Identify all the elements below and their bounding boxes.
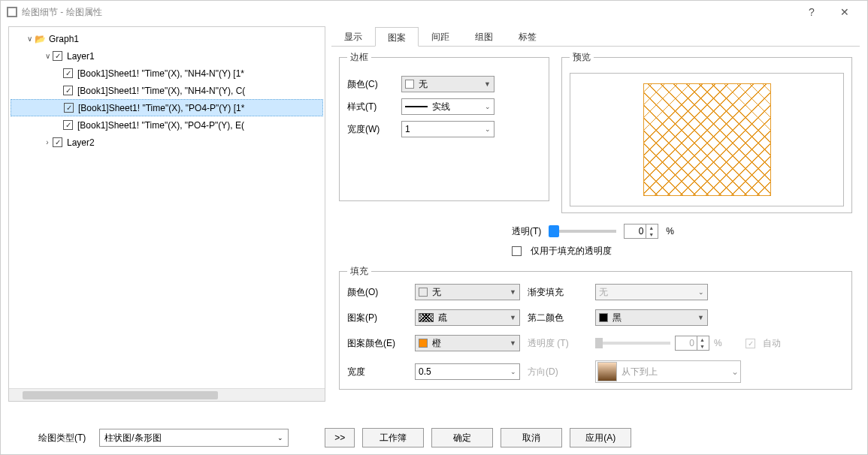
group-legend: 预览 — [570, 51, 594, 64]
tab-group[interactable]: 组图 — [462, 26, 506, 46]
tree-label: Graph1 — [49, 34, 79, 44]
pct-label: % — [666, 226, 674, 237]
chevron-down-icon: ▼ — [484, 80, 491, 88]
border-width-label: 宽度(W) — [347, 123, 401, 136]
tree-label: Layer2 — [67, 137, 95, 148]
tab-spacing[interactable]: 间距 — [419, 26, 462, 46]
border-group: 边框 颜色(C) 无 ▼ 样式(T) — [339, 51, 549, 201]
up-icon[interactable]: ▲ — [646, 224, 656, 231]
preview-area — [570, 73, 844, 206]
trans2-label: 透明度 (T) — [528, 337, 595, 350]
window-title: 绘图细节 - 绘图属性 — [22, 6, 795, 19]
fill-group: 填充 颜色(O) 无 ▼ 渐变填充 无 ⌄ — [339, 265, 852, 390]
cancel-button[interactable]: 取消 — [501, 428, 562, 447]
horizontal-scrollbar[interactable] — [9, 388, 325, 401]
transparency-label: 透明(T) — [512, 225, 541, 238]
tree-node-plot[interactable]: [Book1]Sheet1! "Time"(X), "PO4-P"(Y), E( — [11, 116, 323, 134]
checkbox[interactable] — [63, 68, 73, 78]
tab-display[interactable]: 显示 — [331, 26, 375, 46]
direction-label: 方向(D) — [528, 366, 595, 378]
border-style-combo[interactable]: 实线 ⌄ — [401, 98, 494, 115]
tab-label[interactable]: 标签 — [506, 26, 549, 46]
chevron-down-icon: ⌄ — [698, 288, 704, 296]
expand-button[interactable]: >> — [325, 428, 355, 447]
direction-combo: 从下到上 ⌄ — [595, 360, 741, 383]
fill-only-checkbox[interactable] — [512, 246, 522, 256]
tree-node-graph[interactable]: ∨ 📂 Graph1 — [11, 30, 323, 47]
fill-color-label: 颜色(O) — [347, 286, 415, 299]
chevron-down-icon: ⌄ — [731, 366, 739, 377]
trans2-spinner: ▲▼ — [675, 336, 709, 351]
tree-node-layer1[interactable]: ∨ Layer1 — [11, 47, 323, 65]
transparency-slider[interactable] — [549, 230, 616, 233]
chevron-down-icon: ▼ — [697, 314, 704, 321]
pattern-preview — [643, 83, 771, 196]
chevron-down-icon: ⌄ — [510, 368, 516, 375]
chevron-down-icon: ▼ — [510, 339, 516, 347]
tab-bar: 显示 图案 间距 组图 标签 — [331, 26, 860, 47]
tree-node-plot[interactable]: [Book1]Sheet1! "Time"(X), "NH4-N"(Y), C( — [11, 82, 323, 99]
tree-node-plot-selected[interactable]: [Book1]Sheet1! "Time"(X), "PO4-P"(Y) [1* — [11, 99, 323, 116]
group-legend: 边框 — [347, 51, 371, 64]
color-swatch-icon — [405, 80, 414, 89]
pattern-label: 图案(P) — [347, 312, 415, 324]
tree-node-layer2[interactable]: › Layer2 — [11, 134, 323, 151]
footer: 绘图类型(T) 柱状图/条形图 ⌄ >> 工作簿 确定 取消 应用(A) — [1, 421, 867, 454]
checkbox[interactable] — [64, 103, 74, 113]
border-color-label: 颜色(C) — [347, 78, 401, 91]
checkbox[interactable] — [63, 86, 73, 95]
tab-pattern[interactable]: 图案 — [375, 27, 419, 47]
workbook-button[interactable]: 工作簿 — [362, 428, 424, 447]
pattern-color-label: 图案颜色(E) — [347, 337, 415, 350]
border-width-combo[interactable]: 1 ⌄ — [401, 121, 494, 137]
fill-width-combo[interactable]: 0.5 ⌄ — [415, 363, 520, 380]
checkbox[interactable] — [53, 51, 62, 61]
color2-label: 第二颜色 — [528, 312, 595, 324]
group-legend: 填充 — [347, 265, 371, 278]
transparency-spinner[interactable]: ▲▼ — [624, 224, 658, 239]
chevron-down-icon: ▼ — [510, 288, 516, 296]
color-swatch-icon — [599, 313, 608, 322]
tree-label: [Book1]Sheet1! "Time"(X), "NH4-N"(Y) [1* — [77, 68, 244, 79]
plot-type-label: 绘图类型(T) — [38, 432, 86, 444]
down-icon[interactable]: ▼ — [646, 231, 656, 238]
gradient-label: 渐变填充 — [528, 286, 595, 299]
titlebar: 绘图细节 - 绘图属性 ? ✕ — [1, 1, 867, 23]
fill-color-combo[interactable]: 无 ▼ — [415, 284, 520, 300]
pattern-color-combo[interactable]: 橙 ▼ — [415, 335, 520, 351]
border-style-label: 样式(T) — [347, 101, 401, 113]
tree-label: [Book1]Sheet1! "Time"(X), "PO4-P"(Y) [1* — [78, 103, 244, 113]
trans2-input — [676, 336, 697, 350]
tree-label: [Book1]Sheet1! "Time"(X), "PO4-P"(Y), E( — [77, 120, 244, 131]
gradient-swatch-icon — [597, 362, 617, 381]
trans2-slider — [595, 342, 670, 345]
help-button[interactable]: ? — [795, 2, 828, 23]
color2-combo[interactable]: 黑 ▼ — [595, 309, 708, 326]
chevron-down-icon[interactable]: ∨ — [24, 35, 35, 43]
border-color-combo[interactable]: 无 ▼ — [401, 76, 494, 92]
auto-label: 自动 — [763, 337, 781, 350]
chevron-down-icon: ⌄ — [277, 434, 283, 441]
plot-type-combo[interactable]: 柱状图/条形图 ⌄ — [99, 429, 289, 447]
checkbox[interactable] — [63, 120, 73, 130]
ok-button[interactable]: 确定 — [431, 428, 493, 447]
checkbox[interactable] — [53, 137, 62, 147]
chevron-right-icon[interactable]: › — [42, 138, 53, 146]
tree-node-plot[interactable]: [Book1]Sheet1! "Time"(X), "NH4-N"(Y) [1* — [11, 65, 323, 82]
transparency-input[interactable] — [625, 224, 646, 238]
close-button[interactable]: ✕ — [828, 2, 861, 23]
color-swatch-icon — [419, 288, 428, 297]
object-tree[interactable]: ∨ 📂 Graph1 ∨ Layer1 [Book1]Sheet1! "Time… — [8, 26, 325, 402]
apply-button[interactable]: 应用(A) — [570, 428, 631, 447]
chevron-down-icon: ▼ — [510, 314, 516, 321]
preview-group: 预览 — [561, 51, 852, 213]
app-icon — [7, 7, 17, 17]
tree-label: Layer1 — [67, 51, 95, 62]
chevron-down-icon: ⌄ — [485, 125, 491, 133]
pattern-combo[interactable]: 疏 ▼ — [415, 309, 520, 326]
chevron-down-icon[interactable]: ∨ — [42, 52, 53, 60]
fill-only-label: 仅用于填充的透明度 — [531, 245, 612, 258]
chevron-down-icon: ⌄ — [485, 103, 491, 110]
folder-icon: 📂 — [35, 34, 46, 44]
line-style-icon — [405, 106, 428, 107]
